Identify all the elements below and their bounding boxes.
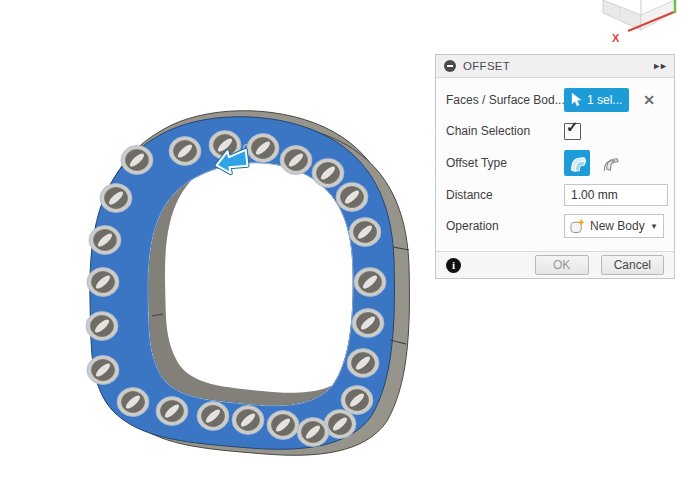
selection-row: Faces / Surface Bod... 1 sel... ✕ — [446, 88, 664, 112]
offset-dialog: OFFSET ►► Faces / Surface Bod... 1 sel..… — [435, 54, 675, 279]
selection-cursor-icon — [571, 93, 582, 107]
bolt-hole — [89, 226, 121, 255]
bolt-hole — [87, 356, 119, 385]
bolt-hole — [336, 183, 368, 212]
dropdown-caret-icon: ▼ — [650, 222, 658, 231]
offset-type-label: Offset Type — [446, 156, 564, 170]
bolt-hole — [354, 268, 386, 297]
bolt-hole — [121, 146, 153, 175]
bolt-hole — [347, 349, 379, 378]
offset-multi-face-icon — [601, 154, 620, 173]
chain-selection-checkbox[interactable]: ✓ — [564, 123, 581, 140]
clear-selection-icon[interactable]: ✕ — [643, 92, 655, 108]
bolt-hole — [117, 388, 149, 417]
bolt-hole — [352, 309, 384, 338]
info-icon[interactable]: i — [446, 258, 461, 273]
chain-selection-label: Chain Selection — [446, 124, 564, 138]
bolt-hole — [267, 411, 299, 440]
bolt-hole — [156, 397, 188, 426]
operation-select[interactable]: New Body ▼ — [564, 214, 664, 238]
offset-type-option-1[interactable] — [564, 150, 590, 176]
expand-panel-icon[interactable]: ►► — [652, 61, 666, 71]
operation-row: Operation New Body ▼ — [446, 214, 664, 238]
new-body-icon — [570, 219, 585, 234]
offset-type-row: Offset Type — [446, 150, 664, 176]
cancel-button[interactable]: Cancel — [601, 255, 664, 275]
dialog-header: OFFSET ►► — [436, 55, 674, 78]
offset-type-option-2[interactable] — [597, 150, 623, 176]
selection-count: 1 sel... — [587, 93, 622, 107]
checkmark-icon: ✓ — [566, 118, 579, 136]
selection-button[interactable]: 1 sel... — [564, 88, 629, 112]
view-cube[interactable]: X — [603, 0, 675, 44]
selection-label: Faces / Surface Bod... — [446, 93, 564, 107]
dialog-footer: i OK Cancel — [436, 251, 674, 278]
bolt-hole — [280, 146, 312, 175]
collapse-icon[interactable] — [444, 60, 456, 72]
bolt-hole — [197, 402, 229, 431]
chain-selection-row: Chain Selection ✓ — [446, 119, 664, 143]
bolt-hole — [297, 418, 329, 447]
bolt-hole — [169, 137, 201, 166]
bolt-hole — [232, 406, 264, 435]
operation-value: New Body — [590, 219, 645, 233]
bolt-hole — [247, 134, 279, 163]
bolt-hole — [86, 312, 118, 341]
bolt-hole — [312, 159, 344, 188]
bolt-hole — [87, 268, 119, 297]
ok-button[interactable]: OK — [535, 255, 589, 275]
dialog-body: Faces / Surface Bod... 1 sel... ✕ Chain … — [436, 78, 674, 251]
dialog-title: OFFSET — [463, 60, 510, 72]
bolt-hole — [100, 184, 132, 213]
bolt-hole — [349, 218, 381, 247]
distance-input[interactable] — [564, 184, 668, 206]
distance-row: Distance — [446, 183, 664, 207]
operation-label: Operation — [446, 219, 564, 233]
distance-label: Distance — [446, 188, 564, 202]
offset-face-icon — [568, 154, 587, 173]
x-axis-label: X — [612, 32, 620, 44]
